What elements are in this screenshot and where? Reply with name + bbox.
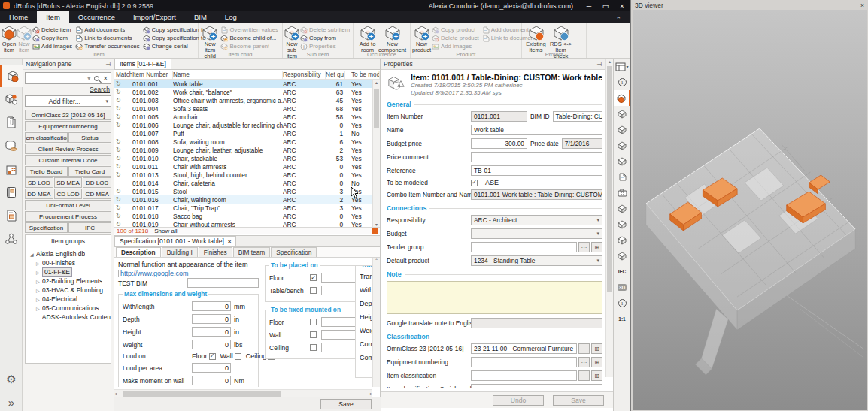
search-icon[interactable] bbox=[94, 76, 99, 81]
undo-button[interactable]: Undo bbox=[493, 395, 544, 406]
module-building-icon[interactable] bbox=[0, 158, 23, 180]
test-bim-input[interactable] bbox=[187, 278, 259, 288]
select-budget[interactable]: ▾ bbox=[471, 228, 602, 239]
tree-collapse-icon[interactable]: ▷ bbox=[36, 306, 42, 311]
column-header-mod[interactable]: To be modeled bbox=[345, 71, 380, 79]
tree-item-01-ff-e[interactable]: ▷01-FF&E bbox=[26, 267, 111, 277]
filter-button-item-classification[interactable]: Item classification bbox=[25, 132, 68, 143]
menu-tab-home[interactable]: Home bbox=[0, 11, 37, 23]
ribbon-button-copy-from[interactable]: Copy from bbox=[299, 34, 352, 42]
filter-button-client-review-process[interactable]: Client Review Process bbox=[25, 144, 111, 154]
table-row[interactable]: ↻0101.016Chair, waiting roomARC2Yes bbox=[114, 195, 380, 204]
items-scrollbar[interactable]: ▴▾ bbox=[372, 80, 380, 227]
side-tab-dispatch[interactable] bbox=[614, 122, 630, 138]
ribbon-button-delete-item[interactable]: ×Delete item bbox=[32, 26, 74, 34]
checkbox-ceiling[interactable] bbox=[310, 344, 317, 351]
tree-collapse-icon[interactable]: ▷ bbox=[36, 270, 42, 275]
tree-collapse-icon[interactable]: ▷ bbox=[36, 279, 42, 284]
clear-search-icon[interactable]: × bbox=[103, 74, 108, 83]
column-header-name[interactable]: Name bbox=[173, 71, 283, 79]
table-row[interactable]: ↻0101.008Sofa, waiting roomARC6Yes bbox=[114, 138, 380, 146]
dim-input[interactable]: 0 bbox=[192, 327, 231, 337]
filter-button-specification[interactable]: Specification bbox=[25, 222, 68, 233]
filter-button-procurement-process[interactable]: Procurement Process bbox=[25, 211, 111, 222]
search-dropdown-caret-icon[interactable]: ▾ bbox=[87, 75, 90, 82]
tree-collapse-icon[interactable]: ▷ bbox=[36, 288, 42, 293]
side-tab-linked[interactable] bbox=[614, 232, 630, 248]
side-tab-camera[interactable] bbox=[614, 185, 630, 201]
ribbon-button-add-documents[interactable]: Add documents bbox=[74, 26, 141, 34]
filter-button-equipment-numbering[interactable]: Equipment numbering bbox=[25, 121, 111, 131]
filter-button-dd-mea[interactable]: DD MEA bbox=[25, 189, 53, 199]
menu-tab-log[interactable]: Log bbox=[216, 11, 246, 23]
pin-icon[interactable]: ⊤ bbox=[105, 62, 111, 67]
side-tab-image[interactable] bbox=[614, 201, 630, 216]
search-link[interactable]: Search bbox=[23, 84, 114, 95]
ribbon-button-become-child-of-[interactable]: ➔Become child of... bbox=[220, 34, 281, 42]
report-icon[interactable] bbox=[372, 228, 378, 234]
spec-scrollbar[interactable]: ⌃ bbox=[372, 258, 380, 387]
module-documents-icon[interactable] bbox=[0, 111, 23, 134]
menu-tab-occurrence[interactable]: Occurrence bbox=[69, 11, 124, 23]
field-omniclass-23-2012-05-16-[interactable]: 23-21 11 00 - Commercial Furniture bbox=[471, 343, 577, 354]
module-products-icon[interactable] bbox=[0, 88, 23, 110]
side-tab-model[interactable] bbox=[614, 138, 630, 153]
specification-tab[interactable]: Specification [0101.001 - Work table] × bbox=[114, 236, 236, 246]
side-tab-info[interactable]: i bbox=[614, 74, 630, 90]
subtab-description[interactable]: Description bbox=[116, 247, 161, 257]
filter-button-sd-mea[interactable]: SD MEA bbox=[54, 177, 83, 188]
tree-collapse-icon[interactable]: ▷ bbox=[36, 297, 42, 302]
filter-button-uniformat-level[interactable]: UniFormat Level bbox=[25, 200, 111, 210]
tree-root[interactable]: ◢Alexia English db bbox=[26, 249, 111, 258]
open-grid-button[interactable]: ⊞ bbox=[591, 370, 602, 381]
side-tab-history[interactable] bbox=[614, 248, 630, 264]
side-tab-item[interactable] bbox=[614, 90, 630, 106]
ribbon-button-new-product[interactable]: +New product bbox=[412, 25, 431, 53]
table-row[interactable]: ↻0101.015StoolARC3Yes bbox=[114, 187, 380, 195]
side-tab-checklist[interactable] bbox=[614, 216, 630, 232]
ribbon-collapse-icon[interactable]: ⌃ bbox=[606, 16, 630, 23]
table-row[interactable]: ↻0101.006Lounge chair, adjustable for re… bbox=[114, 121, 380, 129]
lookup-button[interactable]: ··· bbox=[578, 357, 590, 367]
select-responsibility[interactable]: ARC - Architect▾ bbox=[471, 215, 602, 225]
ribbon-button-copy-item[interactable]: Copy item bbox=[32, 34, 74, 42]
side-tab-document[interactable] bbox=[614, 169, 630, 185]
checkbox-wall[interactable] bbox=[310, 331, 317, 338]
tree-collapse-icon[interactable]: ▷ bbox=[36, 261, 42, 266]
module-economy-icon[interactable] bbox=[0, 134, 23, 157]
checkbox-ase[interactable] bbox=[502, 180, 508, 186]
field-price-comment[interactable] bbox=[471, 152, 602, 162]
add-filter-dropdown[interactable]: Add filter... ▾ bbox=[25, 95, 111, 107]
checkbox-table-bench[interactable] bbox=[310, 287, 317, 294]
checkbox-floor[interactable] bbox=[310, 319, 317, 325]
scroll-down-icon[interactable]: ▾ bbox=[373, 222, 380, 227]
viewer-close-icon[interactable]: × bbox=[860, 2, 864, 9]
side-tab-3d[interactable]: 3D bbox=[614, 280, 630, 295]
table-row[interactable]: ↻0101.005ArmchairARC58Yes bbox=[114, 113, 380, 121]
tree-item-adsk-autodesk-content[interactable]: ADSK-Autodesk Content bbox=[26, 313, 111, 322]
side-tab-ifc[interactable]: IFC bbox=[614, 264, 630, 280]
show-all-link[interactable]: Show all bbox=[154, 228, 177, 234]
checkbox-floor[interactable] bbox=[310, 274, 317, 281]
filter-button-dd-lod[interactable]: DD LOD bbox=[83, 177, 111, 188]
table-row[interactable]: ↻0101.018Sacco bagARC0Yes bbox=[114, 212, 380, 220]
field-bim-id[interactable]: Table-Dining: CUSTOM bbox=[553, 111, 602, 122]
horizontal-scrollbar[interactable]: ◂▸ bbox=[114, 389, 372, 397]
table-row[interactable]: ↻0101.009Lounge chair, leather, adjustab… bbox=[114, 146, 380, 154]
props-save-button[interactable]: Save bbox=[553, 395, 604, 406]
minimize-button[interactable]: ─ bbox=[581, 0, 597, 11]
dim-input[interactable]: 0 bbox=[192, 340, 231, 349]
maximize-button[interactable]: ▭ bbox=[597, 0, 614, 11]
properties-pin-icon[interactable]: ⊤ bbox=[596, 62, 602, 67]
subtab-bim-team[interactable]: BIM team bbox=[233, 247, 271, 257]
menu-tab-import-export[interactable]: Import/Export bbox=[124, 11, 185, 23]
dim-input[interactable]: 0 bbox=[192, 363, 231, 373]
scrollbar-thumb[interactable] bbox=[374, 89, 379, 128]
tree-item-02-building-elements[interactable]: ▷02-Building Elements bbox=[26, 277, 111, 286]
side-tab-boxed[interactable] bbox=[614, 153, 630, 169]
ribbon-button-new-component[interactable]: +New component bbox=[380, 25, 405, 53]
ribbon-button-add-to-room[interactable]: +Add to room bbox=[355, 25, 380, 53]
side-tab-info2[interactable]: i bbox=[614, 295, 630, 311]
table-row[interactable]: ↻0101.010Chair, stackableARC53Yes bbox=[114, 154, 380, 162]
open-grid-button[interactable]: ⊞ bbox=[591, 357, 602, 367]
